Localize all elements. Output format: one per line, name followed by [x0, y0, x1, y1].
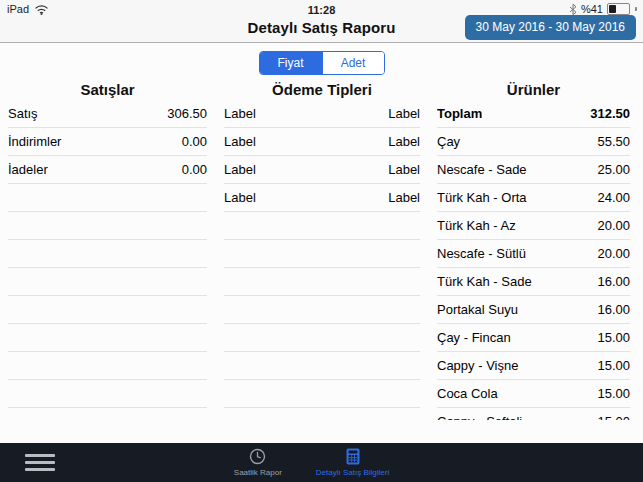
- product-row-value: 16.00: [597, 302, 630, 317]
- product-row-value: 15.00: [597, 414, 630, 420]
- products-list: Toplam312.50Çay55.50Nescafe - Sade25.00T…: [437, 100, 630, 420]
- battery-percent-label: %41: [581, 3, 603, 15]
- payment-row: LabelLabel: [224, 128, 420, 156]
- empty-row: [8, 352, 207, 380]
- payment-row-label: Label: [224, 190, 256, 205]
- payment-row-value: Label: [388, 134, 420, 149]
- product-row-value: 15.00: [597, 386, 630, 401]
- product-row: Portakal Suyu16.00: [437, 296, 630, 324]
- empty-row: [224, 296, 420, 324]
- product-row: Çay - Fincan15.00: [437, 324, 630, 352]
- product-row-label: Türk Kah - Az: [437, 218, 516, 233]
- empty-row: [224, 352, 420, 380]
- payment-row-label: Label: [224, 106, 256, 121]
- product-row-label: Türk Kah - Orta: [437, 190, 527, 205]
- sales-row-label: Satış: [8, 106, 38, 121]
- payment-row-value: Label: [388, 190, 420, 205]
- price-quantity-segmented-control: Fiyat Adet: [259, 51, 385, 75]
- tab-label: Detaylı Satış Bilgileri: [316, 468, 389, 477]
- payments-column: Ödeme Tipleri LabelLabelLabelLabelLabelL…: [224, 82, 420, 443]
- product-row-value: 16.00: [597, 274, 630, 289]
- payment-row-value: Label: [388, 162, 420, 177]
- sales-column-title: Satışlar: [8, 82, 207, 100]
- product-row: Toplam312.50: [437, 100, 630, 128]
- product-row-value: 25.00: [597, 162, 630, 177]
- tab-label: Saatlik Rapor: [234, 468, 282, 477]
- sales-row-label: İadeler: [8, 162, 48, 177]
- empty-row: [8, 268, 207, 296]
- empty-row: [8, 324, 207, 352]
- date-range-button[interactable]: 30 May 2016 - 30 May 2016: [465, 15, 636, 40]
- product-row: Türk Kah - Orta24.00: [437, 184, 630, 212]
- product-row-value: 55.50: [597, 134, 630, 149]
- product-row-value: 20.00: [597, 218, 630, 233]
- product-row-label: Toplam: [437, 106, 482, 121]
- payment-row-label: Label: [224, 134, 256, 149]
- payments-column-title: Ödeme Tipleri: [224, 82, 420, 100]
- payment-row: LabelLabel: [224, 100, 420, 128]
- segment-adet-button[interactable]: Adet: [322, 52, 384, 74]
- product-row-value: 15.00: [597, 358, 630, 373]
- empty-row: [224, 380, 420, 408]
- payment-row: LabelLabel: [224, 184, 420, 212]
- product-row-label: Nescafe - Sütlü: [437, 246, 526, 261]
- tab-group: Saatlik Rapor Detaylı Satış Bilgileri: [20, 443, 603, 482]
- product-row: Nescafe - Sade25.00: [437, 156, 630, 184]
- product-row-label: Nescafe - Sade: [437, 162, 527, 177]
- products-column-title: Ürünler: [437, 82, 630, 100]
- empty-row: [224, 268, 420, 296]
- sales-row-value: 0.00: [182, 134, 207, 149]
- top-bar: iPad 11:28 %41 Detaylı Satış Raporu 30 M…: [0, 0, 643, 43]
- sales-column: Satışlar Satış306.50İndirimler0.00İadele…: [8, 82, 207, 443]
- product-row-label: Çay - Fincan: [437, 330, 511, 345]
- product-row: Nescafe - Sütlü20.00: [437, 240, 630, 268]
- empty-row: [8, 380, 207, 408]
- empty-row: [224, 212, 420, 240]
- empty-row: [224, 324, 420, 352]
- product-row: Türk Kah - Az20.00: [437, 212, 630, 240]
- product-row-label: Çay: [437, 134, 460, 149]
- product-row: Cappy - Vişne15.00: [437, 352, 630, 380]
- empty-row: [8, 296, 207, 324]
- segment-fiyat-button[interactable]: Fiyat: [260, 52, 322, 74]
- tab-detayli-satis-bilgileri[interactable]: Detaylı Satış Bilgileri: [312, 443, 393, 482]
- product-row-value: 24.00: [597, 190, 630, 205]
- sales-row: İadeler0.00: [8, 156, 207, 184]
- empty-row: [8, 240, 207, 268]
- product-row-value: 312.50: [590, 106, 630, 121]
- battery-nub: [635, 7, 637, 11]
- clock-icon: [249, 448, 266, 465]
- app-screen: iPad 11:28 %41 Detaylı Satış Raporu 30 M…: [0, 0, 643, 482]
- products-column: Ürünler Toplam312.50Çay55.50Nescafe - Sa…: [437, 82, 630, 443]
- sales-row: İndirimler0.00: [8, 128, 207, 156]
- payment-row-value: Label: [388, 106, 420, 121]
- payment-row: LabelLabel: [224, 156, 420, 184]
- sales-row-label: İndirimler: [8, 134, 61, 149]
- sales-row-value: 306.50: [167, 106, 207, 121]
- bluetooth-icon: [569, 4, 577, 15]
- product-row: Türk Kah - Sade16.00: [437, 268, 630, 296]
- report-columns: Satışlar Satış306.50İndirimler0.00İadele…: [8, 82, 630, 443]
- product-row: Coca Cola15.00: [437, 380, 630, 408]
- bottom-tab-bar: Saatlik Rapor Detaylı Satış Bilgileri: [0, 443, 643, 482]
- sales-list: Satış306.50İndirimler0.00İadeler0.00: [8, 100, 207, 420]
- product-row: Cappy - Şeftali15.00: [437, 408, 630, 420]
- product-row-value: 15.00: [597, 330, 630, 345]
- payments-list: LabelLabelLabelLabelLabelLabelLabelLabel: [224, 100, 420, 420]
- tab-saatlik-rapor[interactable]: Saatlik Rapor: [230, 443, 286, 482]
- empty-row: [8, 184, 207, 212]
- product-row-label: Cappy - Şeftali: [437, 414, 522, 420]
- empty-row: [8, 212, 207, 240]
- product-row-value: 20.00: [597, 246, 630, 261]
- product-row: Çay55.50: [437, 128, 630, 156]
- product-row-label: Coca Cola: [437, 386, 498, 401]
- payment-row-label: Label: [224, 162, 256, 177]
- product-row-label: Türk Kah - Sade: [437, 274, 532, 289]
- battery-icon: [607, 3, 630, 15]
- product-row-label: Cappy - Vişne: [437, 358, 518, 373]
- calculator-icon: [346, 448, 360, 465]
- sales-row-value: 0.00: [182, 162, 207, 177]
- sales-row: Satış306.50: [8, 100, 207, 128]
- empty-row: [224, 240, 420, 268]
- product-row-label: Portakal Suyu: [437, 302, 518, 317]
